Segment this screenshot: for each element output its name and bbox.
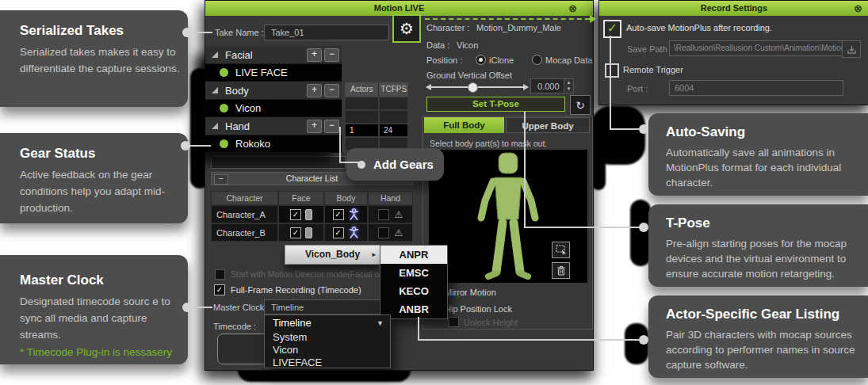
- motion-director-checkbox[interactable]: [215, 269, 225, 280]
- save-path-input[interactable]: \Reallusion\Reallusion Custom\Animation\…: [669, 40, 843, 56]
- dropdown-arrow-icon: ▼: [377, 319, 384, 327]
- phone-device-icon: [305, 209, 312, 220]
- face-checkbox[interactable]: ✓: [290, 227, 301, 238]
- close-icon[interactable]: ⊗: [568, 1, 577, 16]
- gear-source-dropdown[interactable]: Vicon_Body ▸: [285, 245, 380, 265]
- gear-item-rokoko[interactable]: Rokoko: [205, 135, 342, 153]
- panel-title: Record Settings: [701, 3, 767, 13]
- callout-title: Auto-Saving: [666, 124, 858, 140]
- table-row[interactable]: Character_B ✓ ✓ ⚠: [211, 223, 413, 242]
- iclone-radio-label: iClone: [489, 55, 514, 65]
- gear-status-dot: [220, 104, 228, 112]
- menu-item[interactable]: EMSC: [380, 264, 447, 282]
- add-gear-button[interactable]: +: [307, 84, 322, 97]
- full-frame-checkbox[interactable]: ✓: [214, 284, 225, 295]
- remove-gear-button[interactable]: −: [324, 48, 339, 62]
- character-label: Character :: [426, 23, 469, 32]
- dropdown-item[interactable]: LIVEFACE: [265, 356, 390, 369]
- tab-full-body[interactable]: Full Body: [424, 117, 504, 133]
- ground-offset-input[interactable]: 0.000: [530, 78, 568, 93]
- tcfps-column-header: TCFPS: [379, 82, 408, 97]
- hand-section-label: Hand: [225, 120, 250, 132]
- tab-upper-body[interactable]: Upper Body: [506, 117, 590, 133]
- auto-save-checkbox[interactable]: ✓: [603, 20, 621, 38]
- connector-dot: [182, 303, 192, 312]
- actors-column-header: Actors: [345, 82, 379, 97]
- gear-source-submenu: ANPR EMSC KECO ANBR: [380, 245, 448, 319]
- character-value: Motion_Dummy_Male: [476, 23, 561, 32]
- face-checkbox[interactable]: ✓: [290, 209, 301, 220]
- remove-gear-button[interactable]: −: [324, 120, 339, 133]
- mocap-data-radio[interactable]: [532, 55, 542, 65]
- mocap-dummy-figure[interactable]: [470, 151, 546, 281]
- dropdown-item[interactable]: Timeline: [265, 315, 390, 331]
- connector-dot: [639, 335, 648, 345]
- callout-master-clock: Master Clock Designated timecode sourc e…: [0, 255, 188, 364]
- body-checkbox[interactable]: ✓: [333, 227, 344, 238]
- gear-tree: Facial + − LIVE FACE Body + − V: [205, 46, 342, 153]
- remove-gear-button[interactable]: −: [324, 84, 339, 97]
- dropdown-item[interactable]: System: [265, 331, 390, 344]
- hand-checkbox[interactable]: [378, 209, 389, 220]
- gear-item-vicon[interactable]: Vicon: [205, 100, 342, 117]
- delete-mask-button[interactable]: [552, 262, 570, 279]
- callout-title: T-Pose: [666, 215, 858, 231]
- body-checkbox[interactable]: ✓: [333, 209, 344, 220]
- table-row[interactable]: Character_A ✓ ✓ ⚠: [211, 205, 413, 223]
- add-gear-button[interactable]: +: [307, 48, 322, 62]
- dropdown-item[interactable]: Vicon: [265, 344, 390, 356]
- mirror-motion-label[interactable]: Mirror Motion: [445, 288, 496, 297]
- body-mask-viewport[interactable]: [429, 150, 587, 283]
- iclone-radio[interactable]: [476, 55, 486, 65]
- empty-field[interactable]: [211, 156, 346, 169]
- col-character: Character: [211, 191, 278, 205]
- menu-item[interactable]: KECO: [380, 282, 447, 300]
- take-name-input[interactable]: Take_01: [264, 25, 389, 40]
- ground-offset-label: Ground Vertical Offset: [426, 71, 512, 80]
- callout-actor-gear-listing: Actor-Specific Gear Listing Pair 3D char…: [648, 295, 868, 378]
- gear-status-dot: [220, 68, 228, 77]
- mocap-body-icon: [348, 208, 360, 220]
- callout-serialized-takes: Serialized Takes Serialized takes makes …: [0, 10, 188, 107]
- tree-section-facial[interactable]: Facial + −: [205, 46, 342, 64]
- record-settings-panel: Record Settings ⊗ ✓ Auto-save MotionPlus…: [598, 0, 868, 105]
- callout-body: Active feedback on the gear conditions h…: [20, 166, 180, 216]
- close-icon[interactable]: ⊗: [854, 1, 862, 16]
- tree-section-body[interactable]: Body + −: [205, 82, 342, 100]
- add-gear-button[interactable]: +: [307, 120, 322, 133]
- gear-item-live-face[interactable]: LIVE FACE: [205, 64, 342, 82]
- tree-section-hand[interactable]: Hand + −: [205, 117, 342, 135]
- callout-body: Pair 3D characters with mocap sources ac…: [666, 327, 858, 372]
- ground-offset-stepper[interactable]: ▲▼: [564, 78, 574, 93]
- unlock-height-checkbox[interactable]: [449, 317, 459, 327]
- marquee-select-button[interactable]: [552, 242, 570, 258]
- record-settings-gear-button[interactable]: ⚙: [392, 14, 421, 43]
- mask-hint: Select body part(s) to mask out.: [430, 139, 547, 148]
- panel-title: Motion LIVE: [374, 3, 425, 13]
- auto-save-label: Auto-save MotionPlus after recording.: [626, 23, 772, 32]
- marquee-select-icon: [556, 245, 567, 255]
- callout-title: Add Gears: [373, 158, 434, 171]
- remote-trigger-label: Remote Trigger: [623, 65, 683, 74]
- actors-value-cell: 1: [345, 124, 379, 137]
- menu-item[interactable]: ANPR: [380, 246, 447, 264]
- hip-position-lock-label[interactable]: Hip Position Lock: [445, 304, 512, 314]
- master-clock-label: Master Clock :: [213, 303, 269, 312]
- warning-icon: ⚠: [395, 210, 403, 219]
- expand-triangle-icon: [212, 51, 218, 58]
- connector-dot: [181, 141, 190, 151]
- slider-handle[interactable]: [468, 82, 478, 93]
- callout-t-pose: T-Pose Pre-align starting poses for the …: [648, 204, 868, 287]
- reset-tpose-button[interactable]: ↻: [570, 95, 591, 115]
- collapse-button[interactable]: −: [214, 174, 228, 185]
- set-tpose-button[interactable]: Set T-Pose: [426, 97, 565, 112]
- browse-save-path-button[interactable]: [842, 40, 861, 58]
- port-input[interactable]: 6004: [669, 80, 843, 96]
- record-settings-titlebar[interactable]: Record Settings ⊗: [599, 1, 868, 16]
- remote-trigger-checkbox[interactable]: [605, 63, 619, 78]
- hand-checkbox[interactable]: [378, 227, 389, 238]
- character-name: Character_A: [211, 205, 278, 223]
- callout-note: * Timecode Plug-in is nessasery: [20, 345, 180, 360]
- callout-title: Actor-Specific Gear Listing: [666, 307, 858, 322]
- ground-offset-slider[interactable]: [426, 82, 528, 92]
